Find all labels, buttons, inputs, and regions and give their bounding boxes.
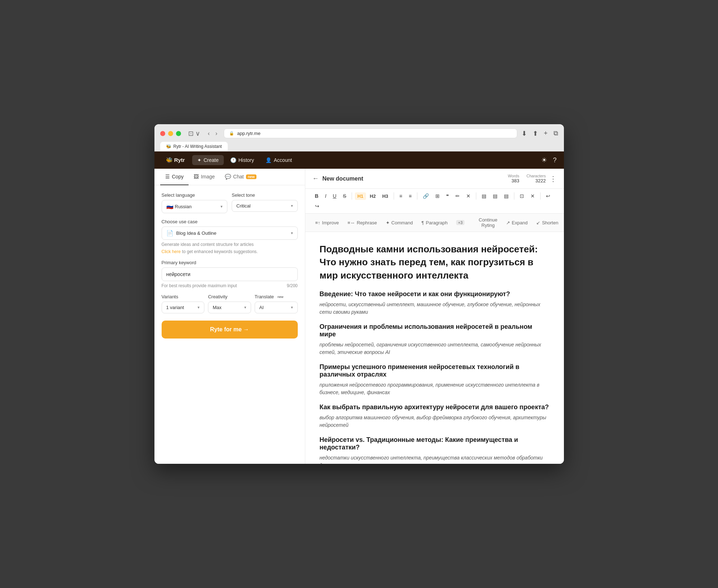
tab-copy[interactable]: ☰ Copy <box>160 169 189 185</box>
active-tab[interactable]: 🐝 Rytr - AI Writing Assistant <box>160 142 228 151</box>
expand-btn[interactable]: ↗ Expand <box>503 219 531 227</box>
rephrase-btn[interactable]: ≡↔ Rephrase <box>345 219 380 227</box>
tab-image[interactable]: 🖼 Image <box>189 169 220 185</box>
more-icon: ⋮ <box>550 175 557 183</box>
download-btn[interactable]: ⬇ <box>522 130 527 137</box>
redo-button[interactable]: ↪ <box>312 202 322 210</box>
strikethrough-button[interactable]: S <box>341 192 349 200</box>
creativity-select[interactable]: Max ▾ <box>208 302 251 313</box>
toolbar-separator-2 <box>394 192 394 200</box>
share-btn[interactable]: ⬆ <box>533 130 538 137</box>
section-keywords-3: выбор алгоритма машинного обучения, выбо… <box>320 414 550 429</box>
minimize-button[interactable] <box>168 131 173 136</box>
tone-select[interactable]: Critical ▾ <box>232 200 298 212</box>
keyword-group: Primary keyword For best results provide… <box>162 260 298 288</box>
language-group: Select language 🇷🇺 Russian ▾ <box>162 192 228 213</box>
quote-button[interactable]: ❝ <box>444 192 451 200</box>
chars-label: Characters <box>527 174 546 178</box>
close-button[interactable] <box>160 131 165 136</box>
image-icon: 🖼 <box>194 174 199 179</box>
shorten-label: Shorten <box>542 220 559 225</box>
clear-format-button[interactable]: ✕ <box>464 192 473 200</box>
chat-label: Chat <box>233 174 244 179</box>
remove-button[interactable]: ✕ <box>528 192 537 200</box>
creativity-dropdown[interactable]: Max <box>213 305 243 310</box>
editor-content[interactable]: Подводные камни использования нейросетей… <box>305 232 564 464</box>
link-button[interactable]: 🔗 <box>420 192 431 200</box>
image-label: Image <box>201 174 215 179</box>
nav-history[interactable]: 🕐 History <box>225 155 259 165</box>
sidebar-toggle[interactable]: ⊡ ∨ <box>188 130 200 137</box>
keyword-count: 9/200 <box>287 283 297 288</box>
language-label: Select language <box>162 192 228 198</box>
language-select[interactable]: 🇷🇺 Russian ▾ <box>162 200 228 213</box>
account-icon: 👤 <box>265 157 272 163</box>
variants-select[interactable]: 1 variant ▾ <box>162 302 205 313</box>
undo-button[interactable]: ↩ <box>543 192 553 200</box>
continue-btn[interactable]: Continue Ryting <box>476 216 500 229</box>
translate-select[interactable]: AI ▾ <box>255 302 298 313</box>
paragraph-btn[interactable]: ¶ Paragraph <box>419 219 451 227</box>
theme-btn[interactable]: ☀ <box>541 156 547 164</box>
translate-dropdown[interactable]: AI <box>259 305 289 310</box>
shorten-btn[interactable]: ↙ Shorten <box>533 219 561 227</box>
help-btn[interactable]: ? <box>553 157 556 164</box>
section-keywords-4: недостатки искусственного интеллекта, пр… <box>320 454 550 464</box>
bold-button[interactable]: B <box>312 192 321 200</box>
sidebar-body: Select language 🇷🇺 Russian ▾ Select tone <box>154 185 305 346</box>
forward-arrow[interactable]: › <box>213 130 219 137</box>
use-case-select[interactable]: 📄 Blog Idea & Outline ▾ <box>162 227 298 240</box>
use-case-value: Blog Idea & Outline <box>176 230 288 236</box>
section-keywords-0: нейросети, искусственный интеллект, маши… <box>320 301 550 316</box>
back-arrow[interactable]: ‹ <box>206 130 212 137</box>
create-icon: ✦ <box>197 157 201 163</box>
variants-group: Variants 1 variant ▾ <box>162 294 205 313</box>
lock-icon: 🔒 <box>229 131 234 136</box>
new-tab-btn[interactable]: + <box>544 130 548 137</box>
keyword-hint-row: For best results provide maximum input 9… <box>162 283 298 288</box>
h3-button[interactable]: H3 <box>380 192 391 200</box>
chevron-down-icon-usecase: ▾ <box>291 231 293 235</box>
nav-create[interactable]: ✦ Create <box>192 155 224 165</box>
more-options-button[interactable]: ⋮ <box>550 174 557 183</box>
creativity-label: Creativity <box>208 294 251 299</box>
align-left-button[interactable]: ▤ <box>479 192 489 200</box>
click-here-link[interactable]: Click here <box>162 249 181 254</box>
expand-icon: ↗ <box>506 220 510 225</box>
use-case-group: Choose use case 📄 Blog Idea & Outline ▾ … <box>162 219 298 254</box>
tab-chat[interactable]: 💬 Chat new <box>220 169 261 185</box>
language-dropdown[interactable]: Russian <box>175 204 219 209</box>
command-btn[interactable]: ✦ Command <box>383 219 416 227</box>
variants-dropdown[interactable]: 1 variant <box>166 305 196 310</box>
ryte-button[interactable]: Ryte for me → <box>162 321 298 339</box>
maximize-button[interactable] <box>176 131 181 136</box>
ordered-list-button[interactable]: ≡ <box>406 192 414 200</box>
align-right-button[interactable]: ▤ <box>501 192 511 200</box>
ryte-btn-label: Ryte for me → <box>210 326 249 333</box>
underline-button[interactable]: U <box>330 192 339 200</box>
improve-btn[interactable]: ≡↑ Improve <box>312 219 342 227</box>
command-icon: ✦ <box>386 220 390 225</box>
highlight-button[interactable]: ✏ <box>453 192 462 200</box>
keyword-input[interactable] <box>162 267 298 281</box>
tabs-btn[interactable]: ⧉ <box>553 130 558 137</box>
more-ai-btn[interactable]: +3 <box>453 219 467 227</box>
chat-icon: 💬 <box>225 174 231 179</box>
top-nav: 🐝 Rytr ✦ Create 🕐 History 👤 Account ☀ ? <box>154 151 564 169</box>
image-button[interactable]: ⊡ <box>517 192 527 200</box>
history-label: History <box>238 157 254 163</box>
unordered-list-button[interactable]: ≡ <box>397 192 405 200</box>
back-button[interactable]: ← <box>312 175 319 182</box>
table-button[interactable]: ⊞ <box>433 192 442 200</box>
click-here-suffix: to get enhanced keywords suggestions. <box>182 249 258 254</box>
h2-button[interactable]: H2 <box>367 192 379 200</box>
h1-button[interactable]: H1 <box>355 192 366 200</box>
url-text: app.rytr.me <box>237 131 260 136</box>
nav-account[interactable]: 👤 Account <box>260 155 297 165</box>
more-count-badge: +3 <box>456 220 464 225</box>
tone-dropdown[interactable]: Critical <box>236 203 289 209</box>
italic-button[interactable]: I <box>323 192 329 200</box>
address-bar[interactable]: 🔒 app.rytr.me <box>224 129 517 138</box>
align-center-button[interactable]: ▤ <box>490 192 500 200</box>
section-heading-4: Нейросети vs. Традиционные методы: Какие… <box>320 436 550 451</box>
